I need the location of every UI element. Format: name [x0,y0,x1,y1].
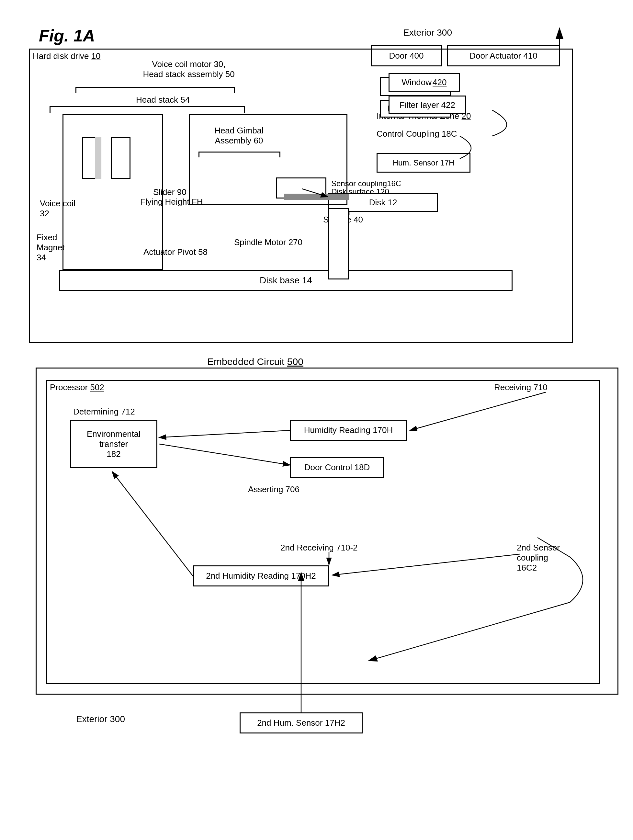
sm-label: Spindle Motor 270 [234,237,302,247]
hr2-label: 2nd Humidity Reading 170H2 [206,571,316,581]
processor-box: Processor 502 Receiving 710 Determining … [46,380,600,684]
exterior-bottom-label: Exterior 300 [76,714,125,725]
determining-label: Determining 712 [73,407,135,417]
hum2-box: 2nd Hum. Sensor 17H2 [240,712,363,733]
sc2-label: 2nd Sensorcoupling16C2 [517,543,560,573]
recv2-label: 2nd Receiving 710-2 [280,543,358,553]
svg-line-7 [159,444,290,465]
vcm-label: Voice coil motor 30,Head stack assembly … [121,59,257,79]
ec-outer-box: Processor 502 Receiving 710 Determining … [36,368,619,695]
hum-sensor-label: Hum. Sensor 17H [393,158,455,167]
svg-line-10 [112,472,193,576]
hdd-outer-box: Hard disk drive 10 Voice coil motor 30,H… [29,49,573,343]
spindle-box [328,208,349,279]
page-content: Fig. 1A Exterior 300 Door 400 Door Actua… [19,13,633,840]
et-box: Environmentaltransfer182 [70,420,157,468]
processor-label: Processor 502 [50,382,104,393]
disk-area [284,194,349,200]
window-outer-box: Window 420 [388,73,460,92]
dc-box: Door Control 18D [290,457,384,478]
disk-label: Disk 12 [369,197,397,208]
fig-title: Fig. 1A [39,26,95,45]
head-stack-label: Head stack 54 [69,95,257,105]
hum2-label: 2nd Hum. Sensor 17H2 [257,718,345,728]
cc-label: Control Coupling 18C [377,129,457,139]
exterior-top-label: Exterior 300 [403,27,452,38]
diskbase-box: Disk base 14 [59,270,513,291]
mech-inner2 [111,137,131,179]
diskbase-label: Disk base 14 [260,275,312,286]
hr2-box: 2nd Humidity Reading 170H2 [193,565,329,586]
hr-label: Humidity Reading 170H [304,425,393,435]
filter-outer-box: Filter layer 422 [388,96,466,114]
ec-label: Embedded Circuit 500 [207,356,303,367]
fm-label: FixedMagnet34 [36,232,65,263]
svg-line-6 [159,430,290,437]
hdd-label: Hard disk drive 10 [33,51,101,61]
svg-line-11 [332,554,520,575]
hum-sensor-box: Hum. Sensor 17H [377,153,470,173]
dc-label: Door Control 18D [305,463,370,472]
receiving-label: Receiving 710 [494,382,548,393]
hr-box: Humidity Reading 170H [290,420,407,441]
mech-inner3 [95,137,101,179]
et-label: Environmentaltransfer182 [87,429,140,459]
svg-line-8 [410,392,546,430]
asserting-label: Asserting 706 [248,485,300,494]
